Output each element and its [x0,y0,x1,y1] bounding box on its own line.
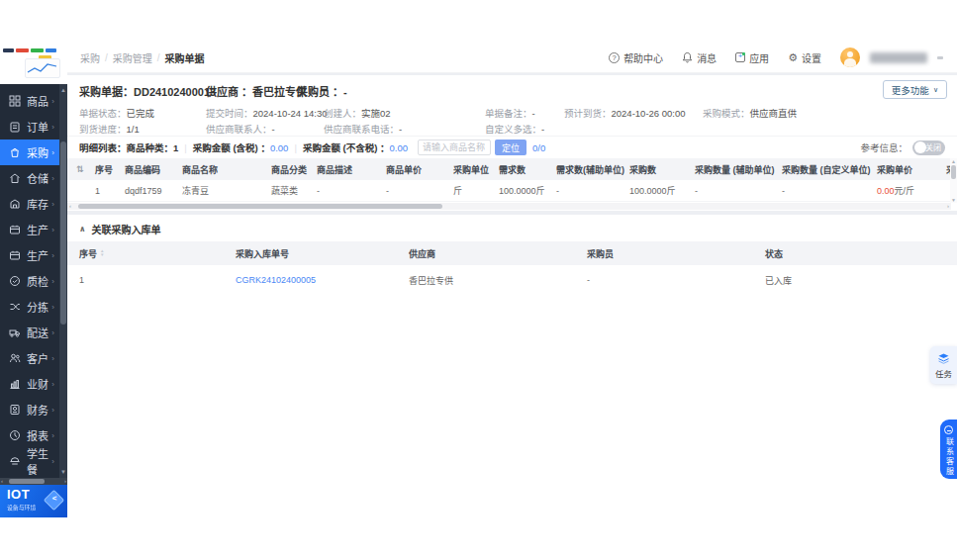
order-number-value: DD24102400013 [134,86,216,98]
col-demand-aux: 需求数(辅助单位) [556,163,629,176]
sidebar-item-label: 商品 [27,93,48,109]
contact-support-button[interactable]: 联系客服 [940,420,957,479]
scroll-right-icon[interactable]: › [947,203,949,210]
locate-button[interactable]: 定位 [495,140,526,155]
sidebar-item-goods[interactable]: 商品› [0,88,59,114]
breadcrumb-purchase-mgmt[interactable]: 采购管理 [113,50,152,65]
product-search-input[interactable] [418,140,491,155]
sidebar-item-purchase[interactable]: 采购› [0,140,59,165]
field-value: - [399,124,402,135]
truck-icon [9,327,21,338]
sku-count-label: 商品种类： [127,140,174,154]
col-price: 采购单价 [877,163,946,176]
sidebar-item-label: 仓储 [27,170,48,186]
help-center-button[interactable]: 帮助中心 [609,50,663,65]
sidebar-item-orders[interactable]: 订单› [0,114,59,140]
field-value: - [541,124,544,135]
settings-label: 设置 [802,50,821,65]
cell-status: 已入库 [765,274,957,287]
apps-button[interactable]: 应用 [735,50,769,65]
scroll-up-icon[interactable]: ▲ [950,158,957,164]
money-doc-icon [9,404,21,416]
col-seq[interactable]: 序号▲▼ [67,247,236,260]
cell-demand-aux: - [556,186,629,196]
col-buyer: 采购员 [587,247,765,260]
cell-demand: 100.0000斤 [499,184,556,197]
reference-info-toggle[interactable]: 关闭 [912,140,945,155]
sort-icon[interactable]: ▲▼ [100,249,104,257]
field-label: 单据状态： [79,108,127,119]
scroll-up-icon[interactable]: ▲ [59,86,67,94]
chevron-right-icon: › [51,123,59,132]
detail-table-header: ⇅ 序号 商品编码 商品名称 商品分类 商品描述 商品单价 采购单位 需求数 需… [67,158,951,180]
order-number-label: 采购单据： [79,86,134,98]
sidebar-menu: 商品› 订单› 采购› 仓储› 库存› [0,84,67,478]
sidebar-scroll-thumb[interactable] [60,141,66,325]
more-actions-button[interactable]: 更多功能∨ [883,80,947,99]
vscroll-thumb[interactable] [951,165,956,179]
collapse-caret-icon: ∧ [79,225,86,233]
sidebar-item-delivery[interactable]: 配送› [0,320,59,345]
sidebar-item-sorting[interactable]: 分拣› [0,294,59,320]
sidebar-item-inventory[interactable]: 库存› [0,191,59,217]
field-label: 提交时间： [206,108,253,119]
toggle-state-label: 关闭 [925,143,941,152]
linked-table: 序号▲▼ 采购入库单号 供应商 采购员 状态 1 CGRK24102400005… [67,241,957,295]
messages-button[interactable]: 消息 [682,50,717,65]
sidebar-item-production-1[interactable]: 生产› [0,217,59,242]
linked-section-header[interactable]: ∧ 关联采购入库单 [79,222,161,236]
storage-box-icon [9,198,21,210]
detail-toolbar: 明细列表： 商品种类： 1 | 采购金额 (含税) ： 0.00 | 采购金额 … [67,136,957,158]
scroll-left-icon[interactable]: ‹ [69,203,71,210]
breadcrumb-purchase[interactable]: 采购 [80,50,100,65]
column-settings-icon[interactable]: ⇅ [76,164,84,174]
bell-icon [682,51,693,63]
sidebar: 商品› 订单› 采购› 仓储› 库存› [0,43,67,517]
linked-table-row[interactable]: 1 CGRK24102400005 香巴拉专供 - 已入库 [67,265,957,295]
buyer-label: 采购员 ： [297,86,343,98]
iot-banner[interactable]: IOT 设备与环境 [0,485,67,517]
messages-label: 消息 [697,50,717,65]
detail-table-hscrollbar[interactable]: ‹ › [67,203,951,210]
inbound-order-link[interactable]: CGRK24102400005 [236,275,316,285]
order-detail-card: 采购单据：DD24102400013 供应商 ：香巴拉专供 采购员 ：- 更多功… [67,75,957,211]
field-value: 2024-10-26 00:00 [612,108,686,119]
sidebar-scrollbar[interactable]: ▲ ▼ [59,84,67,478]
chevron-right-icon: › [51,148,59,157]
sidebar-item-customers[interactable]: 客户› [0,345,59,371]
col-qty-aux: 采购数量 (辅助单位) [695,163,782,176]
sidebar-item-warehouse[interactable]: 仓储› [0,165,59,191]
scroll-right-icon[interactable]: › [64,478,66,485]
user-menu[interactable] [840,47,943,67]
cell-name: 冻青豆 [182,184,271,197]
col-supplier: 供应商 [409,247,587,260]
detail-table-vscrollbar[interactable]: ▲ ▼ [950,158,957,203]
quality-check-icon [9,275,21,287]
scroll-down-icon[interactable]: ▼ [59,468,67,476]
chevron-right-icon: › [51,226,59,234]
main-content: 采购单据：DD24102400013 供应商 ：香巴拉专供 采购员 ：- 更多功… [67,73,957,517]
sidebar-item-quality[interactable]: 质检› [0,268,59,294]
sidebar-hscroll-thumb[interactable] [9,479,45,484]
support-face-icon [944,425,953,434]
sidebar-item-finance[interactable]: 财务› [0,397,59,422]
cell-desc: - [317,186,386,196]
sidebar-item-student-meal[interactable]: 学生餐› [0,448,59,474]
hscroll-thumb[interactable] [78,204,442,209]
sidebar-item-production-2[interactable]: 生产› [0,242,59,268]
col-seq: 序号 [95,163,125,176]
detail-table-row[interactable]: 1 dqdf1759 冻青豆 蔬菜类 - - 斤 100.0000斤 - 100… [67,180,951,202]
settings-button[interactable]: 设置 [788,50,821,65]
breadcrumb-separator: / [157,52,160,63]
chevron-right-icon: › [51,406,59,415]
scroll-down-icon[interactable]: ▼ [950,197,957,203]
scroll-left-icon[interactable]: ‹ [1,478,3,485]
amount-tax-value: 0.00 [270,142,289,153]
sidebar-item-business-finance[interactable]: 业财› [0,371,59,397]
chevron-right-icon: › [51,303,59,312]
cell-price: 0.00元/斤 [877,184,946,197]
task-float-button[interactable]: 任务 [930,346,957,384]
sidebar-hscrollbar[interactable]: ‹ › [0,478,67,485]
avatar[interactable] [840,47,860,67]
supplier-label: 供应商 ： [206,86,252,98]
